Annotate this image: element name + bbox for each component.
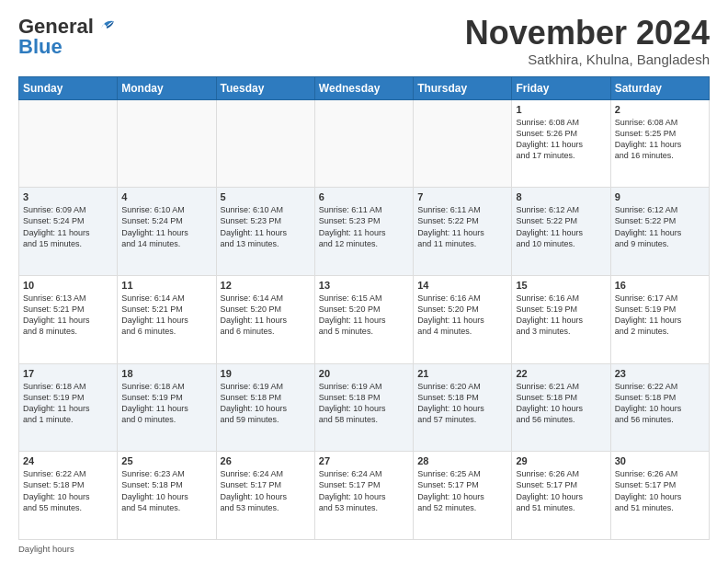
calendar-cell: 21Sunrise: 6:20 AM Sunset: 5:18 PM Dayli…	[414, 363, 512, 452]
page: General Blue November 2024 Satkhira, Khu…	[0, 0, 728, 563]
day-info: Sunrise: 6:16 AM Sunset: 5:20 PM Dayligh…	[417, 293, 507, 338]
weekday-header-wednesday: Wednesday	[314, 76, 413, 99]
day-info: Sunrise: 6:22 AM Sunset: 5:18 PM Dayligh…	[23, 468, 113, 513]
calendar-cell: 17Sunrise: 6:18 AM Sunset: 5:19 PM Dayli…	[19, 363, 118, 452]
day-number: 6	[319, 191, 409, 202]
calendar-cell	[314, 99, 413, 188]
calendar-cell: 12Sunrise: 6:14 AM Sunset: 5:20 PM Dayli…	[216, 275, 314, 363]
day-number: 2	[615, 104, 705, 115]
day-number: 18	[121, 368, 211, 379]
day-number: 25	[121, 455, 211, 466]
calendar-cell	[414, 99, 512, 188]
calendar-table: SundayMondayTuesdayWednesdayThursdayFrid…	[18, 76, 710, 540]
day-info: Sunrise: 6:23 AM Sunset: 5:18 PM Dayligh…	[121, 468, 211, 513]
day-info: Sunrise: 6:26 AM Sunset: 5:17 PM Dayligh…	[615, 468, 705, 513]
day-number: 7	[417, 191, 507, 202]
day-number: 16	[615, 280, 705, 291]
day-number: 28	[417, 455, 507, 466]
calendar-cell: 1Sunrise: 6:08 AM Sunset: 5:26 PM Daylig…	[512, 99, 610, 188]
day-number: 9	[615, 191, 705, 202]
daylight-label: Daylight hours	[18, 544, 74, 554]
calendar-week-4: 24Sunrise: 6:22 AM Sunset: 5:18 PM Dayli…	[19, 452, 710, 540]
logo-bird-icon	[96, 16, 116, 36]
calendar-cell: 6Sunrise: 6:11 AM Sunset: 5:23 PM Daylig…	[314, 188, 413, 276]
weekday-header-saturday: Saturday	[610, 76, 709, 99]
logo-blue: Blue	[18, 35, 63, 59]
day-info: Sunrise: 6:14 AM Sunset: 5:21 PM Dayligh…	[121, 293, 211, 338]
calendar-cell: 14Sunrise: 6:16 AM Sunset: 5:20 PM Dayli…	[414, 275, 512, 363]
header: General Blue November 2024 Satkhira, Khu…	[18, 15, 710, 67]
calendar-cell: 19Sunrise: 6:19 AM Sunset: 5:18 PM Dayli…	[216, 363, 314, 452]
day-info: Sunrise: 6:14 AM Sunset: 5:20 PM Dayligh…	[221, 293, 311, 338]
calendar-cell	[118, 99, 216, 188]
calendar-cell: 4Sunrise: 6:10 AM Sunset: 5:24 PM Daylig…	[118, 188, 216, 276]
day-info: Sunrise: 6:25 AM Sunset: 5:17 PM Dayligh…	[417, 468, 507, 513]
title-block: November 2024 Satkhira, Khulna, Banglade…	[465, 15, 710, 67]
day-number: 27	[319, 455, 409, 466]
logo: General Blue	[18, 15, 116, 59]
calendar-cell: 15Sunrise: 6:16 AM Sunset: 5:19 PM Dayli…	[512, 275, 610, 363]
day-info: Sunrise: 6:12 AM Sunset: 5:22 PM Dayligh…	[615, 204, 705, 249]
day-number: 5	[221, 191, 311, 202]
day-number: 4	[121, 191, 211, 202]
calendar-cell: 13Sunrise: 6:15 AM Sunset: 5:20 PM Dayli…	[314, 275, 413, 363]
day-info: Sunrise: 6:19 AM Sunset: 5:18 PM Dayligh…	[319, 381, 409, 426]
day-info: Sunrise: 6:09 AM Sunset: 5:24 PM Dayligh…	[23, 204, 113, 249]
calendar-cell: 25Sunrise: 6:23 AM Sunset: 5:18 PM Dayli…	[118, 452, 216, 540]
day-number: 19	[221, 368, 311, 379]
day-info: Sunrise: 6:12 AM Sunset: 5:22 PM Dayligh…	[516, 204, 606, 249]
calendar-cell: 9Sunrise: 6:12 AM Sunset: 5:22 PM Daylig…	[610, 188, 709, 276]
day-number: 15	[516, 280, 606, 291]
calendar-cell: 23Sunrise: 6:22 AM Sunset: 5:18 PM Dayli…	[610, 363, 709, 452]
day-number: 24	[23, 455, 113, 466]
day-number: 30	[615, 455, 705, 466]
calendar-cell: 27Sunrise: 6:24 AM Sunset: 5:17 PM Dayli…	[314, 452, 413, 540]
calendar-cell: 3Sunrise: 6:09 AM Sunset: 5:24 PM Daylig…	[19, 188, 118, 276]
calendar-week-3: 17Sunrise: 6:18 AM Sunset: 5:19 PM Dayli…	[19, 363, 710, 452]
day-info: Sunrise: 6:13 AM Sunset: 5:21 PM Dayligh…	[23, 293, 113, 338]
day-number: 13	[319, 280, 409, 291]
day-number: 22	[516, 368, 606, 379]
day-number: 3	[23, 191, 113, 202]
calendar-cell: 29Sunrise: 6:26 AM Sunset: 5:17 PM Dayli…	[512, 452, 610, 540]
day-info: Sunrise: 6:19 AM Sunset: 5:18 PM Dayligh…	[221, 381, 311, 426]
location-subtitle: Satkhira, Khulna, Bangladesh	[465, 52, 710, 67]
day-info: Sunrise: 6:17 AM Sunset: 5:19 PM Dayligh…	[615, 293, 705, 338]
day-info: Sunrise: 6:21 AM Sunset: 5:18 PM Dayligh…	[516, 381, 606, 426]
calendar-week-2: 10Sunrise: 6:13 AM Sunset: 5:21 PM Dayli…	[19, 275, 710, 363]
calendar-cell: 10Sunrise: 6:13 AM Sunset: 5:21 PM Dayli…	[19, 275, 118, 363]
calendar-cell: 28Sunrise: 6:25 AM Sunset: 5:17 PM Dayli…	[414, 452, 512, 540]
month-title: November 2024	[465, 15, 710, 52]
day-info: Sunrise: 6:26 AM Sunset: 5:17 PM Dayligh…	[516, 468, 606, 513]
day-info: Sunrise: 6:22 AM Sunset: 5:18 PM Dayligh…	[615, 381, 705, 426]
calendar-cell: 8Sunrise: 6:12 AM Sunset: 5:22 PM Daylig…	[512, 188, 610, 276]
calendar-cell	[19, 99, 118, 188]
day-number: 11	[121, 280, 211, 291]
calendar-cell: 16Sunrise: 6:17 AM Sunset: 5:19 PM Dayli…	[610, 275, 709, 363]
day-info: Sunrise: 6:15 AM Sunset: 5:20 PM Dayligh…	[319, 293, 409, 338]
weekday-header-monday: Monday	[118, 76, 216, 99]
calendar-week-1: 3Sunrise: 6:09 AM Sunset: 5:24 PM Daylig…	[19, 188, 710, 276]
calendar-cell	[216, 99, 314, 188]
day-number: 21	[417, 368, 507, 379]
day-number: 10	[23, 280, 113, 291]
weekday-header-thursday: Thursday	[414, 76, 512, 99]
calendar-week-0: 1Sunrise: 6:08 AM Sunset: 5:26 PM Daylig…	[19, 99, 710, 188]
calendar-cell: 20Sunrise: 6:19 AM Sunset: 5:18 PM Dayli…	[314, 363, 413, 452]
footer: Daylight hours	[18, 544, 710, 554]
day-info: Sunrise: 6:08 AM Sunset: 5:25 PM Dayligh…	[615, 117, 705, 162]
day-info: Sunrise: 6:11 AM Sunset: 5:22 PM Dayligh…	[417, 204, 507, 249]
calendar-cell: 26Sunrise: 6:24 AM Sunset: 5:17 PM Dayli…	[216, 452, 314, 540]
calendar-cell: 30Sunrise: 6:26 AM Sunset: 5:17 PM Dayli…	[610, 452, 709, 540]
calendar-cell: 22Sunrise: 6:21 AM Sunset: 5:18 PM Dayli…	[512, 363, 610, 452]
calendar-cell: 11Sunrise: 6:14 AM Sunset: 5:21 PM Dayli…	[118, 275, 216, 363]
calendar-cell: 18Sunrise: 6:18 AM Sunset: 5:19 PM Dayli…	[118, 363, 216, 452]
day-info: Sunrise: 6:10 AM Sunset: 5:24 PM Dayligh…	[121, 204, 211, 249]
calendar-cell: 5Sunrise: 6:10 AM Sunset: 5:23 PM Daylig…	[216, 188, 314, 276]
day-number: 8	[516, 191, 606, 202]
day-number: 1	[516, 104, 606, 115]
day-info: Sunrise: 6:20 AM Sunset: 5:18 PM Dayligh…	[417, 381, 507, 426]
day-info: Sunrise: 6:24 AM Sunset: 5:17 PM Dayligh…	[221, 468, 311, 513]
weekday-header-row: SundayMondayTuesdayWednesdayThursdayFrid…	[19, 76, 710, 99]
calendar-cell: 24Sunrise: 6:22 AM Sunset: 5:18 PM Dayli…	[19, 452, 118, 540]
